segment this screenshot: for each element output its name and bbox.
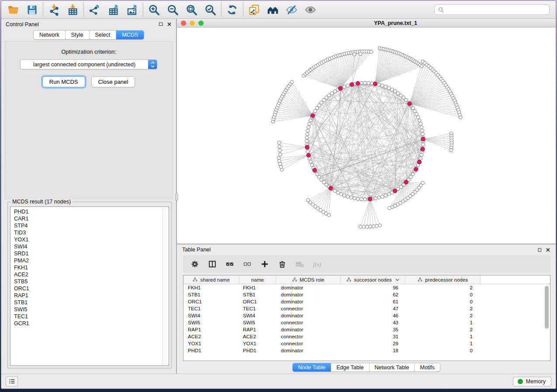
mcds-list-scrollbar[interactable] <box>163 207 168 365</box>
search-box[interactable] <box>434 4 550 15</box>
save-icon <box>26 4 38 16</box>
mcds-result-item[interactable]: GCR1 <box>14 320 165 327</box>
mcds-result-item[interactable]: TID3 <box>14 229 165 236</box>
table-cell: RAP1 <box>183 327 239 332</box>
zoom-out-button[interactable] <box>163 1 182 18</box>
close-panel-icon[interactable] <box>167 22 172 27</box>
zoom-in-button[interactable] <box>145 1 163 18</box>
table-row[interactable]: STB1STB1dominator620 <box>183 291 550 298</box>
sort-desc-icon <box>395 279 399 281</box>
mcds-result-item[interactable]: RAP1 <box>14 292 165 299</box>
export-image-button[interactable] <box>123 1 142 18</box>
hide-selected-button[interactable] <box>282 1 301 18</box>
main-area: Control Panel NetworkStyleSelectMCDS Opt… <box>1 19 556 374</box>
list-icon <box>9 378 15 385</box>
delete-column-button[interactable] <box>277 259 287 269</box>
open-button[interactable] <box>4 1 23 18</box>
save-button[interactable] <box>23 1 42 18</box>
mcds-result-item[interactable]: STB5 <box>14 278 165 285</box>
import-table-button[interactable] <box>63 1 82 18</box>
memory-label: Memory <box>526 378 546 385</box>
tab-edge-table[interactable]: Edge Table <box>331 363 369 371</box>
table-cell: 2 <box>405 313 481 318</box>
table-cell: SWI5 <box>183 320 239 325</box>
mcds-result-item[interactable]: PHD1 <box>14 208 165 215</box>
column-header-name[interactable]: name <box>239 275 276 284</box>
search-input[interactable] <box>446 7 546 13</box>
close-window-icon[interactable] <box>181 21 186 26</box>
column-header-shared-name[interactable]: shared name <box>183 275 239 284</box>
close-table-panel-icon[interactable] <box>546 248 550 252</box>
memory-button[interactable]: Memory <box>513 377 551 386</box>
table-row[interactable]: ORC1ORC1dominator610 <box>183 298 550 305</box>
optimization-criterion-select[interactable]: largest connected component (undirected) <box>20 59 157 69</box>
import-network-button[interactable] <box>45 1 63 18</box>
function-builder-icon: f(x) <box>312 260 322 268</box>
settings-button[interactable] <box>190 259 200 269</box>
table-row[interactable]: PHD1PHD1dominator180 <box>183 347 550 354</box>
mcds-result-item[interactable]: ACE2 <box>14 271 165 278</box>
tab-network[interactable]: Network <box>34 31 65 39</box>
maximize-window-icon[interactable] <box>198 21 204 26</box>
deselect-all-button[interactable] <box>242 259 252 269</box>
column-header-MCDS-role[interactable]: MCDS role <box>276 275 341 284</box>
table-scrollbar[interactable] <box>545 286 549 329</box>
table-row[interactable]: YOX1YOX1connector291 <box>183 340 550 347</box>
table-cell: 2 <box>405 327 481 332</box>
table-cell: 2 <box>405 285 481 290</box>
network-canvas[interactable] <box>177 28 556 244</box>
mcds-result-item[interactable]: SWI4 <box>14 243 165 250</box>
close-panel-button[interactable]: Close panel <box>91 76 135 87</box>
network-graph[interactable] <box>177 28 556 244</box>
mcds-result-item[interactable]: FKH1 <box>14 264 165 271</box>
shared-column-icon <box>418 277 422 282</box>
mcds-result-item[interactable]: STB1 <box>14 299 165 306</box>
float-table-panel-icon[interactable] <box>537 248 542 252</box>
table-cell: 46 <box>341 313 405 318</box>
tab-select[interactable]: Select <box>89 31 116 39</box>
mcds-result-item[interactable]: SWI5 <box>14 306 165 313</box>
table-cell: dominator <box>276 327 341 332</box>
zoom-selected-button[interactable] <box>201 1 220 18</box>
column-header-successor-nodes[interactable]: successor nodes <box>341 275 405 284</box>
splitter-handle[interactable] <box>175 193 178 200</box>
float-panel-icon[interactable] <box>159 22 163 27</box>
mcds-result-item[interactable]: CAR1 <box>14 215 165 222</box>
add-column-button[interactable] <box>260 259 270 269</box>
first-neighbors-button[interactable] <box>263 1 282 18</box>
mcds-result-item[interactable]: STP4 <box>14 222 165 229</box>
table-row[interactable]: FKH1FKH1dominator962 <box>183 284 550 291</box>
select-all-button[interactable] <box>225 259 235 269</box>
mcds-result-item[interactable]: PMA2 <box>14 257 165 264</box>
tab-motifs[interactable]: Motifs <box>414 363 439 371</box>
mcds-result-list[interactable]: PHD1CAR1STP4TID3YOX1SWI4SRD1PMA2FKH1ACE2… <box>10 206 169 366</box>
task-history-button[interactable] <box>6 376 18 386</box>
show-hidden-button[interactable] <box>301 1 320 18</box>
mcds-result-item[interactable]: TEC1 <box>14 313 165 320</box>
refresh-button[interactable] <box>223 1 242 18</box>
copy-view-button[interactable] <box>245 1 263 18</box>
mcds-result-item[interactable]: YOX1 <box>14 236 165 243</box>
table-cell: 31 <box>341 334 405 339</box>
network-window-titlebar[interactable]: YPA_prune.txt_1 <box>177 19 556 28</box>
run-mcds-button[interactable]: Run MCDS <box>42 76 85 87</box>
minimize-window-icon[interactable] <box>190 21 195 26</box>
zoom-fit-button[interactable] <box>182 1 201 18</box>
tab-node-table[interactable]: Node Table <box>293 363 331 371</box>
table-cell: ORC1 <box>183 299 239 304</box>
export-table-button[interactable] <box>104 1 123 18</box>
tab-style[interactable]: Style <box>65 31 89 39</box>
mcds-result-item[interactable]: ORC1 <box>14 285 165 292</box>
tab-mcds[interactable]: MCDS <box>116 31 144 39</box>
table-row[interactable]: SWI4SWI4dominator462 <box>183 312 550 319</box>
export-table-icon <box>107 4 119 16</box>
column-header-predecessor-nodes[interactable]: predecessor nodes <box>405 275 481 284</box>
export-network-button[interactable] <box>85 1 104 18</box>
table-row[interactable]: ACE2ACE2connector311 <box>183 333 550 340</box>
table-row[interactable]: SWI5SWI5connector431 <box>183 319 550 326</box>
split-panel-button[interactable] <box>208 259 217 269</box>
table-row[interactable]: TEC1TEC1connector472 <box>183 305 550 312</box>
table-row[interactable]: RAP1RAP1dominator352 <box>183 326 550 333</box>
mcds-result-item[interactable]: SRD1 <box>14 250 165 257</box>
tab-network-table[interactable]: Network Table <box>369 363 415 371</box>
